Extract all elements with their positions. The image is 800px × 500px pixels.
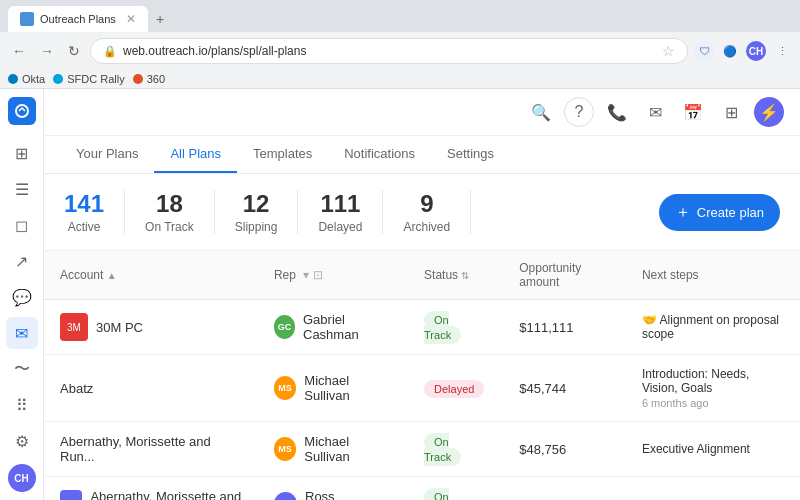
table-row[interactable]: RMAbernathy, Morissette and Run...RMRoss… xyxy=(44,477,800,501)
stat-active-label: Active xyxy=(64,220,104,234)
stat-delayed-number: 111 xyxy=(318,190,362,218)
plans-tabs: Your Plans All Plans Templates Notificat… xyxy=(44,136,800,174)
status-sort-icon: ⇅ xyxy=(461,270,469,281)
stats-row: 141 Active 18 On Track 12 Slipping 111 D… xyxy=(44,174,800,251)
amount-cell: $111,111 xyxy=(503,300,626,355)
sfdc-label: SFDC Rally xyxy=(67,73,124,85)
bookmark-star-icon[interactable]: ☆ xyxy=(662,43,675,59)
tab-your-plans[interactable]: Your Plans xyxy=(60,136,154,173)
status-badge: On Track xyxy=(424,488,461,500)
status-cell: On Track xyxy=(408,422,503,477)
table-body: 3M30M PCGCGabriel CashmanOn Track$111,11… xyxy=(44,300,800,501)
stat-on-track[interactable]: 18 On Track xyxy=(125,190,215,234)
create-plan-button[interactable]: ＋ Create plan xyxy=(659,194,780,231)
status-badge: On Track xyxy=(424,433,461,466)
tab-close-icon[interactable]: ✕ xyxy=(126,12,136,26)
stat-delayed[interactable]: 111 Delayed xyxy=(298,190,383,234)
shield-icon[interactable]: 🛡 xyxy=(694,41,714,61)
next-steps-text: Executive Alignment xyxy=(642,442,784,456)
column-header-rep[interactable]: Rep ▾ ⊡ xyxy=(258,251,408,300)
stat-active[interactable]: 141 Active xyxy=(64,190,125,234)
sidebar-icon-notes[interactable]: ◻ xyxy=(6,209,38,241)
sidebar-icon-apps[interactable]: ⠿ xyxy=(6,389,38,421)
360-label: 360 xyxy=(147,73,165,85)
menu-icon[interactable]: ⋮ xyxy=(772,41,792,61)
account-name: Abatz xyxy=(60,381,93,396)
opportunity-amount: $45,744 xyxy=(519,381,566,396)
sidebar-icon-chat[interactable]: 💬 xyxy=(6,281,38,313)
rep-cell: GCGabriel Cashman xyxy=(258,300,408,355)
bookmarks-bar: Okta SFDC Rally 360 xyxy=(0,70,800,89)
new-tab-button[interactable]: + xyxy=(152,9,168,29)
tab-all-plans[interactable]: All Plans xyxy=(154,136,237,173)
phone-toolbar-icon[interactable]: 📞 xyxy=(602,97,632,127)
rep-cell: MSMichael Sullivan xyxy=(258,355,408,422)
stat-delayed-label: Delayed xyxy=(318,220,362,234)
amount-cell: $45,744 xyxy=(503,355,626,422)
stat-slipping[interactable]: 12 Slipping xyxy=(215,190,299,234)
sidebar-icon-chart[interactable]: ↗ xyxy=(6,245,38,277)
search-toolbar-icon[interactable]: 🔍 xyxy=(526,97,556,127)
next-steps-sub: 6 months ago xyxy=(642,397,784,409)
bookmark-okta[interactable]: Okta xyxy=(8,73,45,85)
calendar-toolbar-icon[interactable]: 📅 xyxy=(678,97,708,127)
amount-cell: $54,863 xyxy=(503,477,626,501)
table-row[interactable]: Abernathy, Morissette and Run...MSMichae… xyxy=(44,422,800,477)
table-row[interactable]: 3M30M PCGCGabriel CashmanOn Track$111,11… xyxy=(44,300,800,355)
nav-icons: 🛡 🔵 CH ⋮ xyxy=(694,41,792,61)
profile-icon[interactable]: CH xyxy=(746,41,766,61)
rep-filter-icon[interactable]: ▾ ⊡ xyxy=(303,268,322,282)
create-plan-label: Create plan xyxy=(697,205,764,220)
rep-avatar: MS xyxy=(274,376,296,400)
sidebar-user-avatar[interactable]: CH xyxy=(8,464,36,492)
bookmark-360[interactable]: 360 xyxy=(133,73,165,85)
forward-button[interactable]: → xyxy=(36,41,58,61)
table-header-row: Account ▲ Rep ▾ ⊡ Status ⇅ Opportuni xyxy=(44,251,800,300)
opportunity-amount: $48,756 xyxy=(519,442,566,457)
stat-slipping-number: 12 xyxy=(235,190,278,218)
bookmark-sfdc[interactable]: SFDC Rally xyxy=(53,73,124,85)
table-row[interactable]: AbatzMSMichael SullivanDelayed$45,744Int… xyxy=(44,355,800,422)
account-cell: Abatz xyxy=(44,355,258,422)
column-header-account[interactable]: Account ▲ xyxy=(44,251,258,300)
column-header-next-steps: Next steps xyxy=(626,251,800,300)
tab-favicon xyxy=(20,12,34,26)
help-toolbar-icon[interactable]: ? xyxy=(564,97,594,127)
browser-tab[interactable]: Outreach Plans ✕ xyxy=(8,6,148,32)
sidebar: ⊞ ☰ ◻ ↗ 💬 ✉ 〜 ⠿ ⚙ CH xyxy=(0,89,44,500)
grid-toolbar-icon[interactable]: ⊞ xyxy=(716,97,746,127)
address-bar[interactable]: 🔒 web.outreach.io/plans/spl/all-plans ☆ xyxy=(90,38,688,64)
rep-name: Ross McClellon xyxy=(305,489,392,500)
stat-archived[interactable]: 9 Archived xyxy=(383,190,471,234)
column-header-amount: Opportunity amount xyxy=(503,251,626,300)
rep-header-label: Rep xyxy=(274,268,296,282)
sidebar-icon-settings[interactable]: ⚙ xyxy=(6,425,38,457)
sidebar-icon-plans[interactable]: ✉ xyxy=(6,317,38,349)
back-button[interactable]: ← xyxy=(8,41,30,61)
tab-notifications[interactable]: Notifications xyxy=(328,136,431,173)
rep-name: Michael Sullivan xyxy=(304,373,392,403)
extension-icon[interactable]: 🔵 xyxy=(720,41,740,61)
sidebar-icon-inbox[interactable]: ☰ xyxy=(6,173,38,205)
tab-templates[interactable]: Templates xyxy=(237,136,328,173)
amount-header-label: Opportunity amount xyxy=(519,261,581,289)
mail-toolbar-icon[interactable]: ✉ xyxy=(640,97,670,127)
stat-archived-number: 9 xyxy=(403,190,450,218)
refresh-button[interactable]: ↻ xyxy=(64,41,84,61)
okta-dot xyxy=(8,74,18,84)
account-name: Abernathy, Morissette and Run... xyxy=(60,434,242,464)
account-cell: 3M30M PC xyxy=(44,300,258,355)
amount-cell: $48,756 xyxy=(503,422,626,477)
rep-name: Gabriel Cashman xyxy=(303,312,392,342)
sidebar-icon-home[interactable]: ⊞ xyxy=(6,137,38,169)
accounts-table-container: Account ▲ Rep ▾ ⊡ Status ⇅ Opportuni xyxy=(44,251,800,500)
sidebar-icon-analytics[interactable]: 〜 xyxy=(6,353,38,385)
next-steps-cell: 🤝 Alignment on proposal scope xyxy=(626,300,800,355)
lightning-toolbar-icon[interactable]: ⚡ xyxy=(754,97,784,127)
tab-settings[interactable]: Settings xyxy=(431,136,510,173)
status-cell: On Track xyxy=(408,477,503,501)
next-steps-cell: Introduction: Needs, Vision, Goals6 mont… xyxy=(626,355,800,422)
column-header-status[interactable]: Status ⇅ xyxy=(408,251,503,300)
status-cell: Delayed xyxy=(408,355,503,422)
next-steps-text: 🤝 Alignment on proposal scope xyxy=(642,313,784,341)
